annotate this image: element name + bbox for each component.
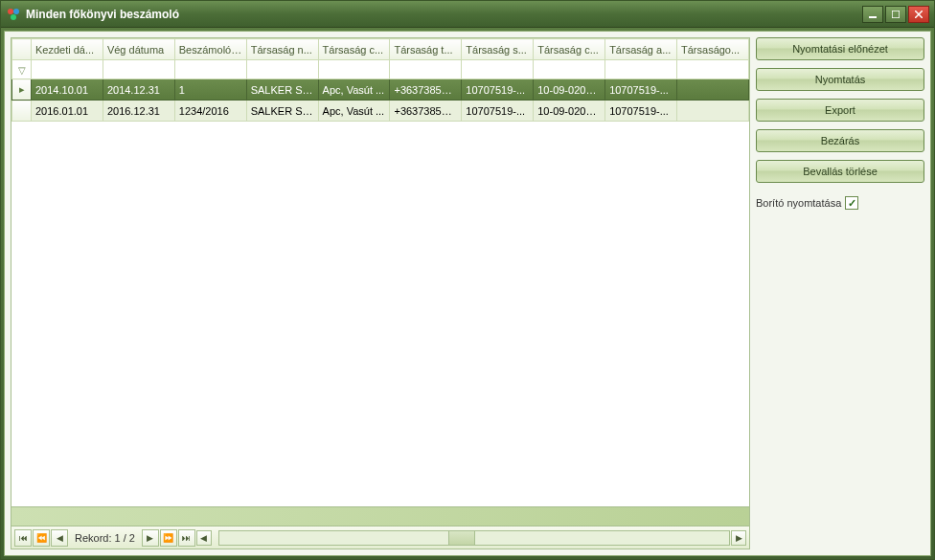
filter-icon[interactable]: ▽ <box>12 60 32 79</box>
column-header[interactable]: Társaság n... <box>246 39 318 60</box>
filter-row: ▽ <box>12 60 749 79</box>
svg-rect-4 <box>892 11 900 18</box>
nav-prev-button[interactable]: ◀ <box>51 529 68 547</box>
filter-cell[interactable] <box>246 60 318 79</box>
cell[interactable]: 2016.12.31 <box>103 101 174 122</box>
cell[interactable]: 2014.10.01 <box>32 79 103 101</box>
cell[interactable]: 10707519-... <box>462 101 534 122</box>
column-header[interactable]: Társaság a... <box>605 39 677 60</box>
cell[interactable]: SALKER Sal... <box>246 79 318 101</box>
column-header[interactable]: Vég dátuma <box>103 39 174 60</box>
column-header[interactable]: Kezdeti dá... <box>32 39 103 60</box>
row-indicator-icon: ▸ <box>12 79 32 101</box>
cell[interactable]: Apc, Vasút ... <box>318 101 390 122</box>
nav-first-button[interactable]: ⏮ <box>14 529 32 547</box>
column-header[interactable]: Társaság c... <box>534 39 605 60</box>
filter-cell[interactable] <box>103 60 174 79</box>
export-button[interactable]: Export <box>756 99 924 122</box>
filter-cell[interactable] <box>32 60 103 79</box>
filter-cell[interactable] <box>390 60 462 79</box>
nav-prev-page-button[interactable]: ⏪ <box>33 529 50 547</box>
nav-last-button[interactable]: ⏭ <box>178 529 195 547</box>
maximize-button[interactable] <box>885 6 906 23</box>
client-area: Kezdeti dá... Vég dátuma Beszámoló ... T… <box>4 31 931 556</box>
filter-cell[interactable] <box>174 60 246 79</box>
column-header[interactable]: Társaság s... <box>462 39 534 60</box>
nav-next-button[interactable]: ▶ <box>142 529 159 547</box>
close-window-button[interactable] <box>908 6 929 23</box>
cell[interactable]: 2016.01.01 <box>32 101 103 122</box>
hscroll-left-button[interactable]: ◀ <box>196 530 212 546</box>
cover-print-checkbox-row: Borító nyomtatása ✓ <box>756 196 924 210</box>
filter-cell[interactable] <box>677 60 749 79</box>
cell[interactable] <box>677 101 749 122</box>
indicator-header <box>12 39 32 60</box>
svg-point-2 <box>11 14 16 20</box>
cell[interactable]: 10707519-... <box>605 101 677 122</box>
nav-next-page-button[interactable]: ⏩ <box>160 529 177 547</box>
delete-report-button[interactable]: Bevallás törlése <box>756 160 924 183</box>
minimize-button[interactable] <box>862 6 883 23</box>
header-row: Kezdeti dá... Vég dátuma Beszámoló ... T… <box>12 39 749 60</box>
hscroll-thumb[interactable] <box>448 531 475 545</box>
svg-point-0 <box>8 9 13 14</box>
filter-cell[interactable] <box>318 60 390 79</box>
cell[interactable]: 1 <box>174 79 246 101</box>
svg-rect-3 <box>869 16 877 18</box>
print-preview-button[interactable]: Nyomtatási előnézet <box>756 37 924 60</box>
hscroll-right-button[interactable]: ▶ <box>731 530 746 546</box>
filter-cell[interactable] <box>462 60 534 79</box>
cell[interactable]: +3637385367 <box>390 79 462 101</box>
print-button[interactable]: Nyomtatás <box>756 68 924 91</box>
cell[interactable] <box>677 79 749 101</box>
close-button[interactable]: Bezárás <box>756 129 924 152</box>
app-window: Minden főkönyvi beszámoló Kezdeti dá... … <box>0 0 935 560</box>
cover-print-label: Borító nyomtatása <box>756 197 841 209</box>
window-title: Minden főkönyvi beszámoló <box>26 8 179 21</box>
cell[interactable]: 1234/2016 <box>174 101 246 122</box>
record-label: Rekord: 1 / 2 <box>69 532 141 544</box>
data-grid[interactable]: Kezdeti dá... Vég dátuma Beszámoló ... T… <box>11 38 749 506</box>
table-row[interactable]: 2016.01.01 2016.12.31 1234/2016 SALKER S… <box>12 101 749 122</box>
filter-cell[interactable] <box>605 60 677 79</box>
titlebar[interactable]: Minden főkönyvi beszámoló <box>1 1 934 28</box>
column-header[interactable]: Társaság t... <box>390 39 462 60</box>
grid-panel: Kezdeti dá... Vég dátuma Beszámoló ... T… <box>11 37 750 549</box>
svg-point-1 <box>13 9 19 14</box>
cell[interactable]: 10-09-020954 <box>534 101 605 122</box>
window-icon <box>6 7 21 22</box>
hscrollbar[interactable] <box>218 530 730 546</box>
cell[interactable]: +3637385367 <box>390 101 462 122</box>
cell[interactable]: 10707519-... <box>462 79 534 101</box>
cell[interactable]: SALKER Sal... <box>246 101 318 122</box>
cover-print-checkbox[interactable]: ✓ <box>845 196 858 210</box>
column-header[interactable]: Társaság c... <box>318 39 390 60</box>
table-row[interactable]: ▸ 2014.10.01 2014.12.31 1 SALKER Sal... … <box>12 79 749 101</box>
column-header[interactable]: Beszámoló ... <box>174 39 246 60</box>
side-panel: Nyomtatási előnézet Nyomtatás Export Bez… <box>756 37 924 549</box>
cell[interactable]: Apc, Vasút ... <box>318 79 390 101</box>
cell[interactable]: 10-09-020954 <box>534 79 605 101</box>
cell[interactable]: 2014.12.31 <box>103 79 174 101</box>
summary-bar <box>11 506 749 526</box>
filter-cell[interactable] <box>534 60 605 79</box>
navigator-bar: ⏮ ⏪ ◀ Rekord: 1 / 2 ▶ ⏩ ⏭ ◀ ▶ <box>11 526 749 549</box>
column-header[interactable]: Társaságo... <box>677 39 749 60</box>
cell[interactable]: 10707519-... <box>605 79 677 101</box>
row-indicator-icon <box>12 101 32 122</box>
